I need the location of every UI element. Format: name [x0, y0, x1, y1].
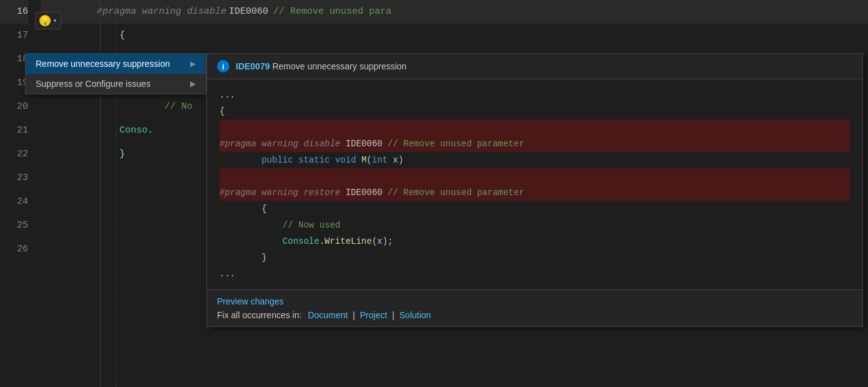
preview-line-6: Console.WriteLine(x); — [220, 233, 850, 249]
submenu-arrow-2-icon: ▶ — [190, 79, 196, 88]
preview-line-removed-2: #pragma warning restore IDE0060 // Remov… — [220, 168, 850, 201]
preview-line-removed-1: #pragma warning disable IDE0060 // Remov… — [220, 119, 850, 152]
line-num-20: 20 — [0, 95, 28, 119]
code-line-17: { — [41, 24, 868, 48]
line-num-26: 26 — [0, 238, 28, 261]
line-num-25: 25 — [0, 214, 28, 238]
popup-footer: Preview changes Fix all occurrences in: … — [207, 289, 862, 326]
line-num-18: 18 — [0, 48, 28, 71]
submenu-arrow-icon: ▶ — [190, 59, 196, 68]
popup-title: IDE0079 Remove unnecessary suppression — [236, 61, 406, 71]
code-line-16: #pragma warning disable IDE0060 // Remov… — [41, 0, 868, 24]
context-menu: Remove unnecessary suppression ▶ Suppres… — [25, 53, 206, 94]
line-num-22: 22 — [0, 143, 28, 166]
lightbulb-icon: 💡 — [39, 15, 51, 26]
fix-document-link[interactable]: Document — [308, 310, 348, 320]
menu-item-suppress-configure[interactable]: Suppress or Configure issues ▶ — [26, 74, 206, 94]
lightbulb-widget[interactable]: 💡 ▾ — [35, 12, 61, 29]
line-num-21: 21 — [0, 119, 28, 143]
preview-line-5: // Now used — [220, 217, 850, 233]
preview-line-4: { — [220, 201, 850, 217]
line-num-16: 16 — [0, 0, 28, 24]
popup-title-desc: Remove unnecessary suppression — [272, 61, 406, 71]
fix-project-link[interactable]: Project — [360, 310, 388, 320]
fix-all-line: Fix all occurrences in: Document | Proje… — [217, 310, 852, 320]
preview-line-3: public static void M(int x) — [220, 152, 850, 168]
preview-line-1: ... — [220, 87, 850, 103]
preview-line-8: ... — [220, 266, 850, 282]
fix-prefix-text: Fix all occurrences in: — [217, 310, 301, 320]
ide-code-label: IDE0079 — [236, 61, 270, 71]
code-preview: ... { #pragma warning disable IDE0060 //… — [207, 79, 862, 289]
line-num-17: 17 — [0, 24, 28, 48]
menu-item-label-remove: Remove unnecessary suppression — [36, 59, 170, 69]
preview-changes-link[interactable]: Preview changes — [217, 296, 284, 306]
menu-item-remove-suppression[interactable]: Remove unnecessary suppression ▶ — [26, 54, 206, 74]
dropdown-arrow-icon: ▾ — [53, 17, 57, 24]
line-num-23: 23 — [0, 166, 28, 190]
line-num-19: 19 — [0, 71, 28, 95]
lightbulb-button[interactable]: 💡 ▾ — [35, 12, 61, 29]
fix-solution-link[interactable]: Solution — [400, 310, 431, 320]
preview-line-2: { — [220, 103, 850, 119]
menu-item-label-suppress: Suppress or Configure issues — [36, 79, 151, 89]
info-popup: i IDE0079 Remove unnecessary suppression… — [206, 53, 863, 327]
preview-line-7: } — [220, 249, 850, 266]
line-num-24: 24 — [0, 190, 28, 214]
info-icon: i — [217, 60, 230, 73]
popup-header: i IDE0079 Remove unnecessary suppression — [207, 54, 862, 79]
